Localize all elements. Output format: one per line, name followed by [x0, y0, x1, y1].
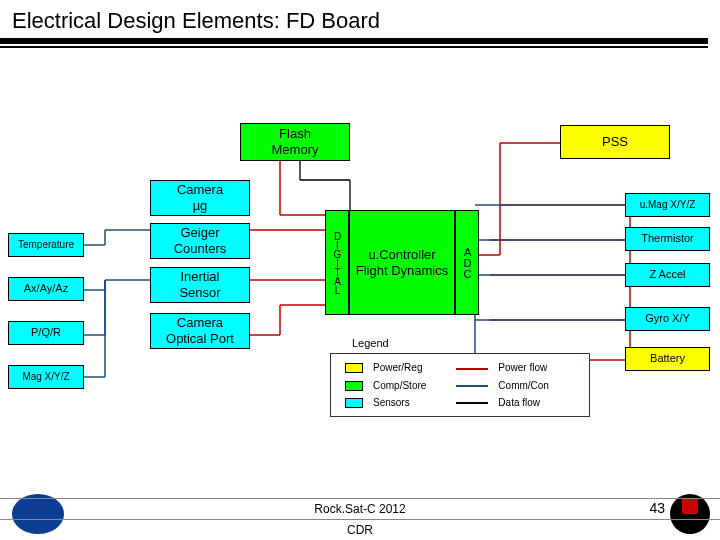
legend-line-data-flow — [456, 402, 488, 404]
gyro-block: Gyro X/Y — [625, 307, 710, 331]
legend-swatch-comp-store — [345, 381, 363, 391]
camera-optical-port-block: CameraOptical Port — [150, 313, 250, 349]
magxyz-block: Mag X/Y/Z — [8, 365, 84, 389]
legend-line-comm-con — [456, 385, 488, 387]
footer-line1: Rock.Sat-C 2012 — [0, 498, 720, 520]
thermistor-block: Thermistor — [625, 227, 710, 251]
legend-title: Legend — [352, 337, 389, 349]
legend-label-sensors: Sensors — [369, 395, 430, 410]
zaccel-block: Z Accel — [625, 263, 710, 287]
pss-block: PSS — [560, 125, 670, 159]
pqr-block: P/Q/R — [8, 321, 84, 345]
camera-ug-block: Cameraµg — [150, 180, 250, 216]
page-title: Electrical Design Elements: FD Board — [0, 0, 720, 38]
inertial-sensor-block: InertialSensor — [150, 267, 250, 303]
title-rule-thick — [0, 38, 708, 44]
battery-block: Battery — [625, 347, 710, 371]
footer-line2: CDR — [0, 520, 720, 540]
umag-block: u.Mag X/Y/Z — [625, 193, 710, 217]
temperature-block: Temperature — [8, 233, 84, 257]
footer: Rock.Sat-C 2012 CDR — [0, 498, 720, 540]
legend-swatch-sensors — [345, 398, 363, 408]
controller-block: u.ControllerFlight Dynamics — [349, 210, 455, 315]
legend-label-comm-con: Comm/Con — [494, 377, 553, 392]
legend-label-comp-store: Comp/Store — [369, 377, 430, 392]
axayaz-block: Ax/Ay/Az — [8, 277, 84, 301]
legend-label-power-flow: Power flow — [494, 360, 553, 375]
digital-block: DIGITAL — [325, 210, 349, 315]
legend-swatch-power-reg — [345, 363, 363, 373]
legend-box: Power/Reg Power flow Comp/Store Comm/Con… — [330, 353, 590, 417]
title-rule-thin — [0, 46, 708, 48]
diagram-canvas: FlashMemory PSS Cameraµg GeigerCounters … — [0, 55, 720, 495]
legend-label-power-reg: Power/Reg — [369, 360, 430, 375]
legend-label-data-flow: Data flow — [494, 395, 553, 410]
legend-line-power-flow — [456, 368, 488, 370]
adc-block: ADC — [455, 210, 479, 315]
geiger-counters-block: GeigerCounters — [150, 223, 250, 259]
flash-memory-block: FlashMemory — [240, 123, 350, 161]
